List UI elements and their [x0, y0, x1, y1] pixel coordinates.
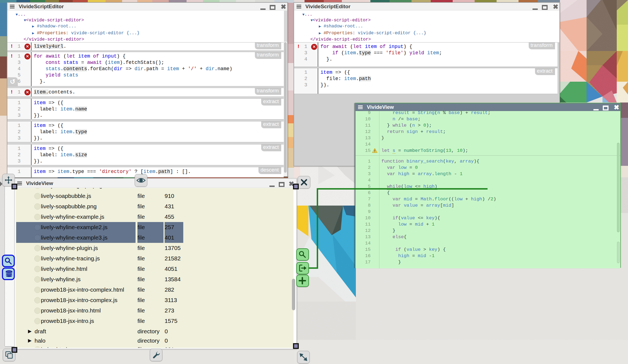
- svg-text:!: !: [374, 149, 375, 153]
